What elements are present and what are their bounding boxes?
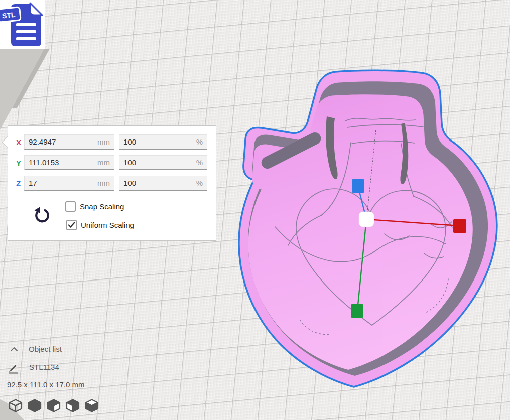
camera-view-toolbar <box>9 399 99 412</box>
view-front-icon[interactable] <box>47 399 61 412</box>
scale-y-percent-input[interactable] <box>119 156 207 169</box>
reset-arrow-icon <box>33 206 50 223</box>
scale-handle-x[interactable] <box>453 219 466 233</box>
document-text-lines <box>16 23 36 40</box>
axis-label-y: Y <box>16 159 24 167</box>
stl-file-icon: STL <box>0 0 45 49</box>
object-list-header[interactable]: Object list <box>10 345 62 353</box>
object-list-item[interactable]: STL1134 <box>7 360 59 374</box>
object-list-title: Object list <box>29 345 62 353</box>
uniform-scaling-label: Uniform Scaling <box>81 221 134 229</box>
view-3d-icon[interactable] <box>9 399 23 412</box>
folded-corner <box>30 3 42 15</box>
scale-z-mm-field[interactable]: mm <box>24 176 114 191</box>
uniform-scaling-row: Uniform Scaling <box>66 220 134 230</box>
slicer-viewport-window: STL X mm % Y mm <box>0 0 510 420</box>
scale-row-x: X mm % <box>16 134 207 150</box>
scale-z-percent-field[interactable]: % <box>119 176 207 191</box>
snap-scaling-row: Snap Scaling <box>65 201 124 212</box>
object-name: STL1134 <box>29 363 59 371</box>
file-thumbnail: STL <box>0 0 45 49</box>
axis-label-x: X <box>16 138 24 147</box>
scale-y-percent-field[interactable]: % <box>119 155 207 170</box>
axis-label-z: Z <box>16 179 24 188</box>
scale-row-y: Y mm % <box>16 155 207 170</box>
scale-x-mm-input[interactable] <box>25 135 114 149</box>
rename-pencil-icon <box>7 360 20 374</box>
scale-y-mm-input[interactable] <box>25 156 114 169</box>
uniform-scaling-checkbox[interactable] <box>66 220 77 230</box>
scale-handle-center[interactable] <box>359 212 374 227</box>
stl-badge-label: STL <box>2 11 16 20</box>
scale-x-percent-input[interactable] <box>119 135 207 149</box>
scale-x-mm-field[interactable]: mm <box>24 134 114 150</box>
scale-row-z: Z mm % <box>16 176 207 191</box>
snap-scaling-label: Snap Scaling <box>80 202 124 211</box>
scale-x-percent-field[interactable]: % <box>119 134 207 150</box>
scale-handle-z[interactable] <box>352 179 364 193</box>
object-dimensions: 92.5 x 111.0 x 17.0 mm <box>7 380 85 389</box>
scale-y-mm-field[interactable]: mm <box>24 155 114 170</box>
view-solid-icon[interactable] <box>28 399 42 412</box>
checkmark-icon <box>68 222 75 228</box>
scale-handle-y[interactable] <box>351 304 363 318</box>
snap-scaling-checkbox[interactable] <box>65 201 76 212</box>
view-left-icon[interactable] <box>66 399 80 412</box>
chevron-up-icon <box>10 347 18 352</box>
scale-z-percent-input[interactable] <box>119 176 207 190</box>
scale-tool-panel: X mm % Y mm % <box>8 125 216 241</box>
view-top-icon[interactable] <box>85 399 99 412</box>
scale-z-mm-input[interactable] <box>25 176 114 190</box>
reset-scale-button[interactable] <box>33 206 50 223</box>
